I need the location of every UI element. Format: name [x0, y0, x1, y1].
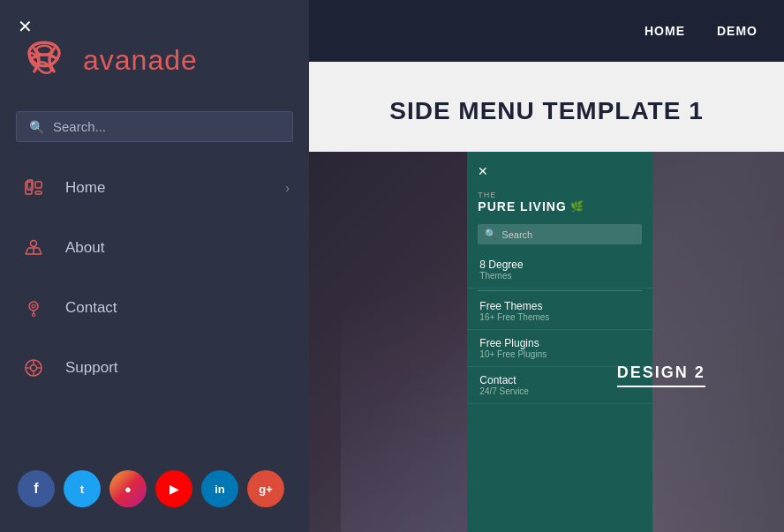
logo-text: avanade — [83, 44, 198, 77]
svg-rect-4 — [35, 182, 41, 188]
preview-area: ✕ THE PURE LIVING 🌿 🔍 Search 8 Degree Th… — [309, 152, 784, 532]
sidebar-item-contact[interactable]: Contact — [0, 278, 309, 338]
mock-nav-label-3: Free Plugins — [479, 337, 640, 349]
svg-point-18 — [31, 365, 37, 371]
chevron-right-icon: › — [285, 181, 290, 195]
linkedin-button[interactable]: in — [201, 470, 238, 507]
nav-menu: Home › About — [0, 158, 309, 454]
svg-point-15 — [32, 304, 35, 308]
youtube-button[interactable]: ▶ — [155, 470, 192, 507]
top-nav: HOME DEMO — [309, 0, 784, 62]
mock-nav-sub-3: 10+ Free Plugins — [479, 349, 640, 359]
search-icon: 🔍 — [29, 120, 44, 134]
mock-side-menu: ✕ THE PURE LIVING 🌿 🔍 Search 8 Degree Th… — [467, 152, 652, 532]
about-icon — [19, 234, 48, 262]
sidebar-item-about-label: About — [65, 239, 290, 257]
mock-nav-item-3: Free Plugins 10+ Free Plugins — [467, 330, 652, 367]
sidebar-item-support[interactable]: Support — [0, 338, 309, 398]
nav-demo[interactable]: DEMO — [717, 24, 758, 38]
logo-icon — [18, 34, 71, 86]
mock-nav-sub-1: Themes — [479, 271, 640, 281]
mock-search-box: 🔍 Search — [478, 224, 642, 244]
mock-nav-sub-2: 16+ Free Themes — [479, 312, 640, 322]
mock-nav-item-2: Free Themes 16+ Free Themes — [467, 293, 652, 330]
svg-line-10 — [26, 248, 28, 254]
sidebar: ✕ avanade 🔍 — [0, 0, 309, 532]
main-content: HOME DEMO SIDE MENU TEMPLATE 1 ✕ THE — [309, 0, 784, 532]
svg-point-8 — [31, 241, 37, 247]
nav-home[interactable]: HOME — [645, 24, 685, 38]
svg-rect-3 — [26, 182, 32, 194]
sidebar-item-contact-label: Contact — [65, 299, 290, 317]
close-button[interactable]: ✕ — [18, 16, 33, 37]
svg-rect-5 — [35, 191, 41, 194]
mock-nav-label-1: 8 Degree — [479, 259, 640, 271]
mock-search-icon: 🔍 — [485, 229, 497, 240]
search-area: 🔍 — [0, 104, 309, 158]
sidebar-item-about[interactable]: About — [0, 218, 309, 278]
mock-nav-label-2: Free Themes — [479, 300, 640, 312]
mock-nav-item-1: 8 Degree Themes — [467, 251, 652, 288]
svg-line-11 — [39, 248, 41, 254]
social-bar: f t ● ▶ in g+ — [0, 454, 309, 532]
design2-label: DESIGN 2 — [617, 363, 705, 387]
support-icon — [19, 354, 48, 382]
googleplus-button[interactable]: g+ — [247, 470, 284, 507]
svg-point-14 — [29, 302, 38, 311]
search-box[interactable]: 🔍 — [16, 111, 293, 142]
svg-point-7 — [29, 187, 31, 189]
search-input[interactable] — [53, 119, 280, 134]
sidebar-item-support-label: Support — [65, 359, 290, 377]
logo-area: avanade — [0, 9, 309, 104]
mock-search-label: Search — [501, 229, 532, 240]
mock-close-icon: ✕ — [467, 161, 652, 185]
hero-title-area: SIDE MENU TEMPLATE 1 — [309, 62, 784, 152]
twitter-button[interactable]: t — [64, 470, 101, 507]
mock-nav-sub-4: 24/7 Service — [479, 386, 640, 396]
svg-point-16 — [33, 314, 35, 317]
sidebar-item-home-label: Home — [65, 179, 285, 197]
home-icon — [19, 174, 48, 202]
preview-left — [309, 152, 467, 532]
hero-title: SIDE MENU TEMPLATE 1 — [362, 97, 731, 125]
preview-right: ✕ THE PURE LIVING 🌿 🔍 Search 8 Degree Th… — [467, 152, 784, 532]
sidebar-item-home[interactable]: Home › — [0, 158, 309, 218]
facebook-button[interactable]: f — [18, 470, 55, 507]
instagram-button[interactable]: ● — [109, 470, 147, 507]
contact-icon — [19, 294, 48, 322]
mock-logo: THE PURE LIVING 🌿 — [467, 191, 652, 221]
